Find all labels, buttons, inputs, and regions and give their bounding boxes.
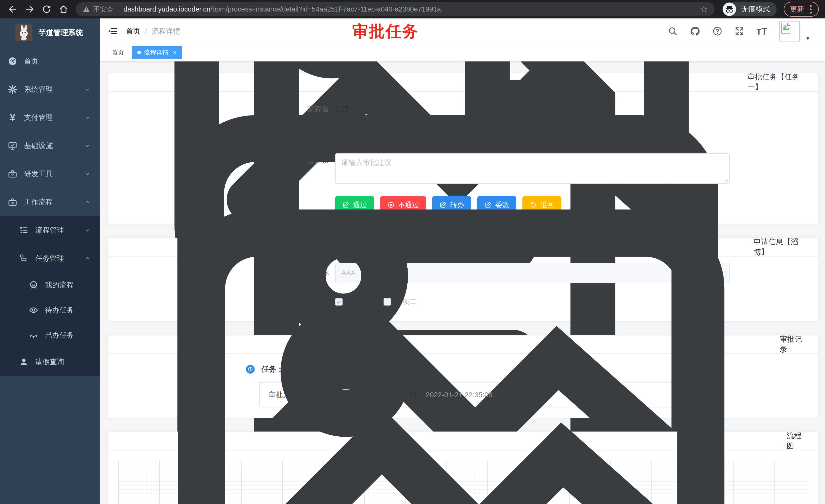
sidebar-item-label: 任务管理: [35, 254, 64, 263]
not-secure-warning-icon: [82, 5, 90, 13]
logo-rabbit-image: [15, 24, 32, 41]
browser-menu-dots-icon[interactable]: [809, 4, 813, 15]
incognito-icon: [722, 2, 737, 16]
checkbox-unchecked-icon: [384, 298, 391, 306]
tab-process-detail[interactable]: 流程详情 ×: [132, 46, 182, 59]
address-bar-divider: [118, 5, 119, 13]
tab-home[interactable]: 首页: [106, 46, 129, 59]
browser-home-button[interactable]: [57, 3, 70, 16]
sidebar-menu: 首页 系统管理 ¥ 支付管理 基础设施 研发工具: [0, 47, 100, 376]
sidebar-item-label: 已办任务: [45, 330, 74, 340]
sidebar-item-my-process[interactable]: 我的流程: [0, 272, 100, 298]
sidebar-item-label: 基础设施: [24, 141, 53, 151]
breadcrumb: 首页 / 流程详情: [126, 26, 180, 36]
list-icon: [19, 225, 29, 235]
eye-open-icon: [29, 305, 39, 315]
tab-close-icon[interactable]: ×: [173, 49, 176, 56]
bookmark-star-icon[interactable]: ☆: [700, 5, 708, 14]
browser-forward-button[interactable]: [23, 3, 36, 16]
chevron-down-icon: [84, 227, 91, 234]
active-dot-icon: [137, 51, 141, 54]
not-secure-label: 不安全: [93, 5, 113, 14]
app-header: 首页 / 流程详情 тT ▼: [100, 18, 825, 44]
sidebar-item-dev-tools[interactable]: 研发工具: [0, 160, 100, 188]
breadcrumb-separator: /: [145, 27, 147, 35]
sidebar-logo[interactable]: 芋道管理系统: [0, 18, 100, 47]
github-icon[interactable]: [690, 26, 700, 36]
sidebar-item-todo-tasks[interactable]: 待办任务: [0, 298, 100, 323]
sidebar-item-infrastructure[interactable]: 基础设施: [0, 132, 100, 160]
incognito-badge: 无痕模式: [722, 2, 776, 16]
toolbox-icon: [8, 197, 17, 207]
toolbox-icon: [8, 169, 17, 179]
browser-back-button[interactable]: [6, 3, 19, 16]
tags-view-bar: 首页 流程详情 ×: [100, 44, 825, 62]
browser-reload-button[interactable]: [40, 3, 53, 16]
chevron-down-icon: [84, 171, 91, 177]
url-path: /bpm/process-instance/detail?id=54aa251f…: [210, 5, 441, 13]
back-arrow-icon: [8, 4, 18, 14]
breadcrumb-current: 流程详情: [152, 26, 180, 36]
address-bar[interactable]: 不安全 dashboard.yudao.iocoder.cn/bpm/proce…: [76, 2, 715, 16]
sidebar-item-task-management[interactable]: 任务管理: [0, 244, 100, 272]
sidebar-item-home[interactable]: 首页: [0, 47, 100, 75]
app-title: 芋道管理系统: [39, 28, 83, 38]
gear-icon: [8, 85, 17, 94]
home-icon: [59, 4, 68, 14]
font-size-icon[interactable]: тT: [756, 26, 768, 37]
header-actions: тT ▼: [668, 21, 811, 42]
sidebar-item-label: 请假查询: [35, 357, 64, 367]
incognito-label: 无痕模式: [741, 4, 770, 14]
sidebar-item-label: 流程管理: [35, 225, 64, 235]
page-content: 审批任务【任务一】 流程名 滔博 流程发起人 芋道源码 研发部门: [100, 62, 825, 504]
workflow-submenu: 流程管理 任务管理 我的流程 待办任务: [0, 216, 100, 376]
user-icon: [19, 357, 29, 367]
sidebar-item-label: 支付管理: [24, 113, 53, 122]
process-diagram-card: 流程图: [107, 431, 819, 504]
question-icon[interactable]: [712, 26, 723, 36]
sidebar-item-label: 首页: [24, 56, 39, 66]
sidebar-item-payment[interactable]: ¥ 支付管理: [0, 103, 100, 132]
reload-icon: [42, 5, 51, 14]
update-label: 更新: [790, 4, 804, 14]
breadcrumb-home[interactable]: 首页: [126, 26, 140, 36]
sidebar-item-label: 待办任务: [45, 305, 74, 315]
sidebar: 芋道管理系统 首页 系统管理 ¥ 支付管理 基础设施: [0, 18, 100, 504]
tab-label: 流程详情: [144, 49, 169, 57]
checkbox-checked-icon: [335, 298, 343, 306]
suggestion-input-wrap: [335, 153, 730, 185]
main-area: 审批任务 首页 / 流程详情 тT ▼ 首页: [100, 18, 825, 504]
dashboard-icon: [8, 56, 17, 66]
fullscreen-icon[interactable]: [734, 26, 745, 36]
avatar-dropdown-caret-icon[interactable]: ▼: [805, 35, 811, 42]
card-title: 流程图: [786, 431, 808, 451]
person-face-icon: [29, 280, 39, 290]
eye-closed-icon: [29, 330, 39, 340]
avatar[interactable]: [779, 21, 800, 41]
monitor-icon: [8, 141, 17, 151]
sidebar-item-label: 工作流程: [24, 197, 53, 207]
suggestion-textarea[interactable]: [335, 153, 730, 184]
sidebar-item-done-tasks[interactable]: 已办任务: [0, 323, 100, 348]
sidebar-item-label: 研发工具: [24, 169, 53, 179]
diagram-card-header: 流程图: [108, 432, 818, 450]
chevron-down-icon: [84, 114, 91, 121]
app-window: 芋道管理系统 首页 系统管理 ¥ 支付管理 基础设施: [0, 18, 825, 504]
search-icon[interactable]: [668, 26, 678, 36]
sidebar-item-process-management[interactable]: 流程管理: [0, 216, 100, 244]
chevron-up-icon: [84, 255, 91, 262]
chevron-down-icon: [84, 86, 91, 93]
sidebar-item-label: 系统管理: [24, 85, 53, 94]
chevron-down-icon: [84, 142, 91, 149]
broken-image-icon: [781, 22, 791, 34]
tree-icon: [19, 254, 29, 263]
sidebar-item-workflow[interactable]: 工作流程: [0, 188, 100, 216]
chevron-up-icon: [84, 199, 91, 205]
browser-toolbar: 不安全 dashboard.yudao.iocoder.cn/bpm/proce…: [0, 0, 825, 18]
sidebar-collapse-icon[interactable]: [107, 26, 118, 36]
sidebar-item-system[interactable]: 系统管理: [0, 75, 100, 103]
yen-icon: ¥: [8, 112, 17, 123]
sidebar-item-leave-query[interactable]: 请假查询: [0, 348, 100, 376]
browser-update-button[interactable]: 更新: [784, 2, 819, 17]
url-domain: dashboard.yudao.iocoder.cn: [124, 5, 210, 13]
